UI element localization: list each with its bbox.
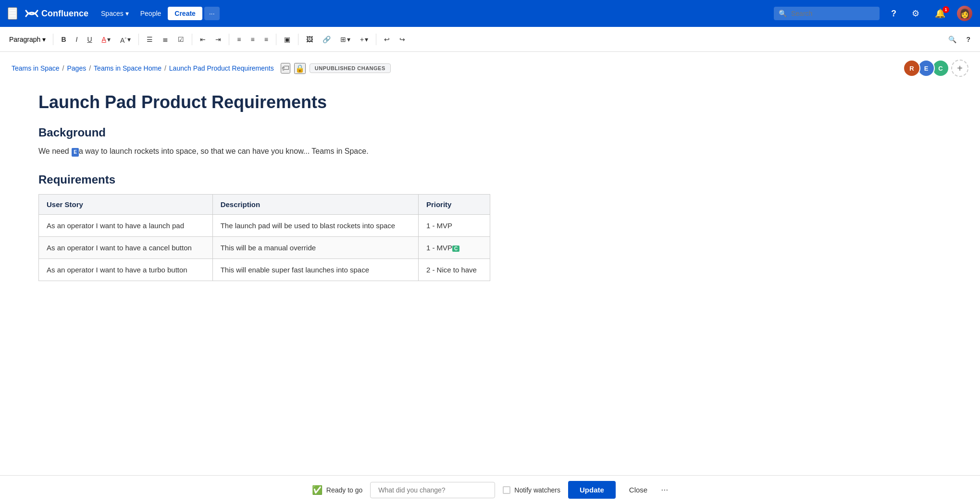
user-avatar[interactable]: 👩: [957, 6, 972, 21]
undo-icon: ↩: [384, 36, 390, 43]
undo-button[interactable]: ↩: [380, 33, 394, 46]
indent-decrease-button[interactable]: ⇤: [196, 33, 210, 46]
italic-button[interactable]: I: [72, 33, 82, 46]
toolbar-divider-7: [376, 34, 376, 45]
align-right-button[interactable]: ≡: [261, 33, 272, 46]
breadcrumb-bar: Teams in Space / Pages / Teams in Space …: [0, 52, 980, 81]
background-text: We need Ea way to launch rockets into sp…: [38, 145, 490, 158]
help-nav-button[interactable]: ?: [887, 7, 900, 21]
underline-button[interactable]: U: [83, 33, 96, 46]
indent-increase-icon: ⇥: [215, 36, 221, 43]
table-body: As an operator I want to have a launch p…: [39, 214, 490, 281]
notifications-button[interactable]: 🔔 1: [931, 6, 949, 21]
add-collaborator-button[interactable]: +: [951, 60, 968, 77]
align-left-button[interactable]: ≡: [233, 33, 245, 46]
breadcrumb-sep-1: /: [62, 64, 64, 72]
align-center-button[interactable]: ≡: [247, 33, 259, 46]
collaborators-list: R E C +: [906, 60, 968, 77]
user-story-cell: As an operator I want to have a launch p…: [39, 214, 213, 236]
toolbar-divider-5: [276, 34, 276, 45]
tag-button[interactable]: 🏷: [281, 63, 290, 74]
breadcrumb-current[interactable]: Launch Pad Product Requirements: [169, 64, 274, 72]
requirements-table: User Story Description Priority As an op…: [38, 194, 490, 281]
text-color-button[interactable]: A ▾: [98, 33, 114, 46]
help-icon: ?: [891, 9, 896, 19]
image-button[interactable]: 🖼: [302, 33, 317, 46]
gear-icon: ⚙: [912, 8, 919, 19]
editor-toolbar: Paragraph ▾ B I U A ▾ A◦ ▾ ☰ ≣ ☑ ⇤ ⇥ ≡ ≡…: [0, 27, 980, 52]
numbered-list-icon: ≣: [162, 36, 168, 43]
nav-more-button[interactable]: ···: [204, 7, 220, 20]
text-format-button[interactable]: A◦ ▾: [116, 32, 135, 47]
align-right-icon: ≡: [264, 36, 268, 43]
table-icon: ⊞: [340, 36, 346, 43]
text-color-chevron: ▾: [107, 36, 111, 43]
paragraph-chevron: ▾: [42, 36, 46, 43]
indent-decrease-icon: ⇤: [200, 36, 206, 43]
spaces-chevron: ▾: [125, 10, 129, 17]
confluence-name: Confluence: [41, 9, 88, 19]
restrict-button[interactable]: 🔒: [294, 63, 306, 74]
align-center-icon: ≡: [251, 36, 255, 43]
bullet-list-icon: ☰: [147, 36, 153, 43]
breadcrumb-pages[interactable]: Pages: [67, 64, 87, 72]
search-wrapper: 🔍: [774, 7, 880, 20]
toolbar-divider-6: [298, 34, 298, 45]
bold-button[interactable]: B: [57, 33, 70, 46]
nav-links: Spaces ▾ People Create ···: [96, 7, 220, 20]
paragraph-style-select[interactable]: Paragraph ▾: [6, 33, 49, 46]
breadcrumb-sep-3: /: [164, 64, 166, 72]
spaces-nav[interactable]: Spaces ▾: [96, 7, 134, 20]
table-header: User Story Description Priority: [39, 194, 490, 214]
user-story-cell: As an operator I want to have a turbo bu…: [39, 258, 213, 281]
bullet-list-button[interactable]: ☰: [143, 33, 157, 46]
redo-button[interactable]: ↪: [396, 33, 409, 46]
breadcrumb-actions: 🏷 🔒 UNPUBLISHED CHANGES: [281, 63, 391, 74]
toolbar-search-button[interactable]: 🔍: [944, 33, 960, 46]
table-row: As an operator I want to have a turbo bu…: [39, 258, 490, 281]
table-chevron: ▾: [347, 36, 350, 43]
toolbar-search-icon: 🔍: [948, 36, 956, 43]
search-input[interactable]: [774, 7, 880, 20]
priority-text: 1 - MVP: [426, 244, 452, 252]
toolbar-help-icon: ?: [966, 36, 970, 43]
settings-nav-button[interactable]: ⚙: [908, 6, 923, 21]
panel-button[interactable]: ▣: [280, 33, 294, 46]
unpublished-badge: UNPUBLISHED CHANGES: [310, 63, 391, 73]
cursor-e-indicator: E: [72, 148, 79, 157]
people-nav[interactable]: People: [136, 7, 166, 20]
breadcrumb-sep-2: /: [89, 64, 91, 72]
numbered-list-button[interactable]: ≣: [159, 33, 172, 46]
insert-icon: +: [360, 36, 364, 43]
breadcrumb-space[interactable]: Teams in Space: [12, 64, 60, 72]
insert-button[interactable]: + ▾: [356, 33, 372, 46]
hamburger-menu[interactable]: ☰: [8, 7, 17, 20]
background-heading: Background: [38, 126, 490, 139]
user-avatar-image: 👩: [959, 8, 970, 19]
description-cell: The launch pad will be used to blast roc…: [212, 214, 418, 236]
toolbar-divider-3: [192, 34, 192, 45]
link-button[interactable]: 🔗: [319, 33, 335, 46]
create-button[interactable]: Create: [168, 7, 202, 20]
breadcrumb-home[interactable]: Teams in Space Home: [94, 64, 161, 72]
insert-chevron: ▾: [365, 36, 368, 43]
requirements-heading: Requirements: [38, 173, 490, 186]
task-list-button[interactable]: ☑: [174, 33, 188, 46]
toolbar-divider-4: [229, 34, 229, 45]
confluence-logo-icon: [25, 7, 38, 20]
image-icon: 🖼: [306, 36, 313, 43]
background-text-content: We need: [38, 147, 71, 155]
cursor-c-indicator: C: [452, 246, 459, 252]
col-user-story: User Story: [39, 194, 213, 214]
top-nav: ☰ Confluence Spaces ▾ People Create ··· …: [0, 0, 980, 27]
text-format-chevron: ▾: [127, 36, 131, 43]
table-button[interactable]: ⊞ ▾: [336, 33, 354, 46]
table-row: As an operator I want to have a launch p…: [39, 214, 490, 236]
align-left-icon: ≡: [237, 36, 241, 43]
panel-icon: ▣: [284, 36, 290, 43]
toolbar-help-button[interactable]: ?: [962, 33, 974, 46]
page-content: Launch Pad Product Requirements Backgrou…: [0, 81, 529, 329]
text-color-icon: A: [102, 36, 106, 43]
collaborator-r[interactable]: R: [903, 60, 920, 77]
indent-increase-button[interactable]: ⇥: [211, 33, 225, 46]
